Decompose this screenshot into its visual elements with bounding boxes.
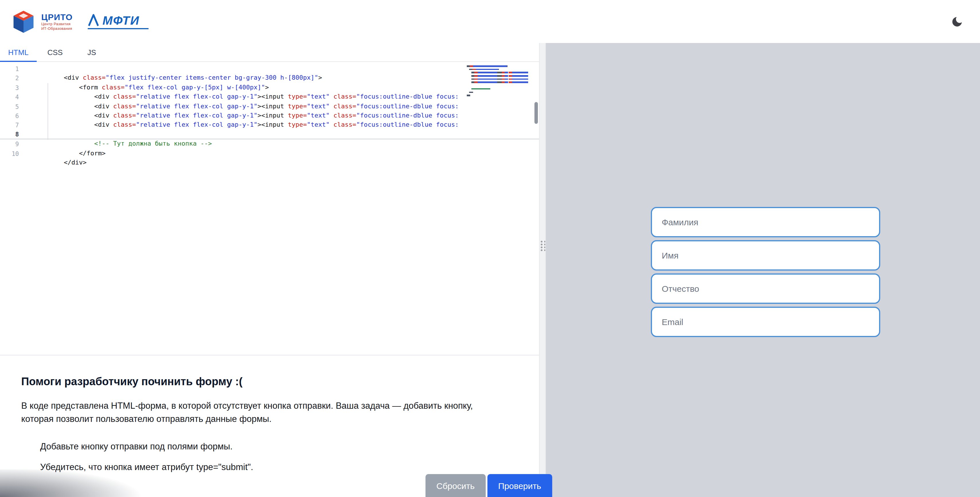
app-root: ЦРИТО Центр Развития ИТ-Образования МФТИ… — [0, 0, 980, 497]
reset-button[interactable]: Сбросить — [425, 474, 485, 497]
task-item: Убедитесь, что кнопка имеет атрибут type… — [21, 460, 480, 473]
form-field — [651, 240, 880, 271]
task-item: Добавьте кнопку отправки под полями форм… — [21, 440, 480, 453]
mipt-logo: МФТИ — [88, 14, 148, 29]
check-button[interactable]: Проверить — [487, 474, 552, 497]
line-number: 3 — [0, 83, 26, 92]
crito-logo-text: ЦРИТО Центр Развития ИТ-Образования — [41, 12, 73, 31]
line-number: 4 — [0, 92, 26, 102]
text-input[interactable] — [651, 273, 880, 304]
crito-subtitle-1: Центр Развития — [41, 22, 73, 26]
line-number: 1 — [0, 64, 26, 74]
task-description: Помоги разработчику починить форму :( В … — [21, 375, 480, 481]
crito-logo: ЦРИТО Центр Развития ИТ-Образования — [11, 9, 73, 34]
preview-panel — [546, 43, 980, 497]
crito-title: ЦРИТО — [41, 12, 73, 22]
line-number: 6 — [0, 111, 26, 121]
preview-form — [651, 207, 880, 337]
task-items: Добавьте кнопку отправки под полями форм… — [21, 440, 480, 473]
line-number: 7 — [0, 121, 26, 130]
task-body: В коде представлена HTML-форма, в которо… — [21, 399, 474, 426]
header: ЦРИТО Центр Развития ИТ-Образования МФТИ — [0, 0, 980, 43]
theme-toggle-button[interactable] — [948, 13, 966, 30]
line-number: 8 — [0, 130, 26, 139]
editor-tab[interactable]: JS — [73, 43, 110, 61]
task-heading: Помоги разработчику починить форму :( — [21, 375, 480, 388]
code-content: </div> — [26, 139, 539, 167]
form-field — [651, 307, 880, 337]
tab-label: CSS — [47, 48, 62, 56]
line-number: 5 — [0, 102, 26, 111]
tab-label: JS — [88, 48, 96, 56]
line-number: 9 — [0, 139, 26, 149]
mipt-lambda-icon — [88, 14, 100, 26]
editor-tab[interactable]: CSS — [37, 43, 73, 61]
editor-tab[interactable]: HTML — [0, 43, 37, 61]
crito-subtitle-2: ИТ-Образования — [41, 26, 73, 31]
crito-cube-icon — [11, 9, 36, 34]
code-lines: 1 <div class="flex justify-center items-… — [0, 62, 539, 158]
code-line: 10 </div> — [0, 149, 539, 158]
editor-minimap — [467, 65, 531, 98]
line-number: 10 — [0, 149, 26, 158]
code-token: </div> — [64, 159, 87, 166]
mipt-label: МФТИ — [102, 15, 139, 26]
form-field — [651, 273, 880, 304]
action-buttons: Сбросить Проверить — [425, 474, 552, 497]
text-input[interactable] — [651, 307, 880, 337]
indent-guide — [48, 83, 48, 140]
editor-tabs: HTML CSS JS — [0, 43, 539, 62]
tab-label: HTML — [8, 48, 29, 56]
text-input[interactable] — [651, 240, 880, 271]
editor-scrollbar-thumb[interactable] — [535, 102, 538, 124]
text-input[interactable] — [651, 207, 880, 237]
code-editor[interactable]: 1 <div class="flex justify-center items-… — [0, 62, 539, 356]
form-field — [651, 207, 880, 237]
resizer-handle-dots — [541, 241, 546, 251]
panel-resizer[interactable] — [539, 43, 546, 497]
moon-icon — [951, 15, 963, 28]
line-number: 2 — [0, 74, 26, 83]
